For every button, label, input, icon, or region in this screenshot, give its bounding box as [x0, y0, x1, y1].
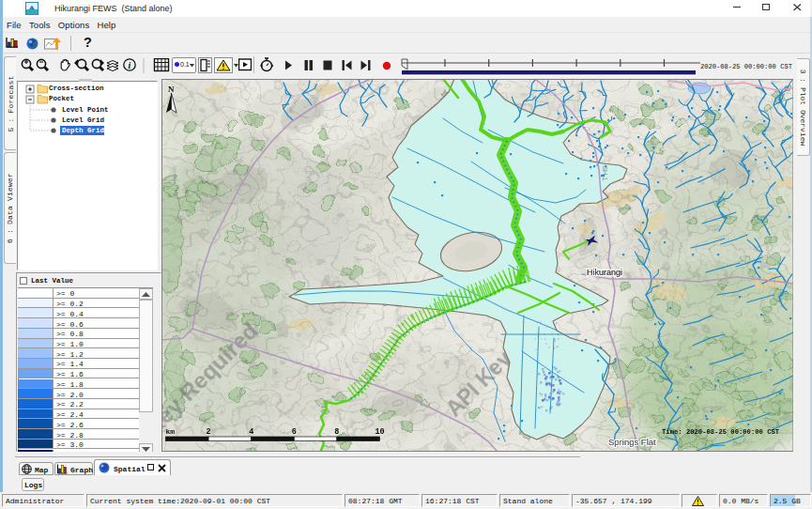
svg-text:6: 6: [291, 427, 296, 437]
svg-text:Hikurangi: Hikurangi: [587, 268, 622, 277]
svg-text:Springs Flat: Springs Flat: [608, 437, 656, 447]
svg-text:km: km: [165, 427, 175, 436]
svg-text:Time: 2020-08-25 00:00:00 CST: Time: 2020-08-25 00:00:00 CST: [662, 428, 780, 436]
svg-text:SH 1: SH 1: [601, 165, 609, 181]
svg-text:i: i: [129, 60, 131, 70]
svg-text:8: 8: [334, 427, 339, 437]
svg-text:2: 2: [206, 427, 210, 437]
svg-text:4: 4: [249, 427, 253, 437]
svg-text:N: N: [168, 85, 175, 94]
svg-text:10: 10: [375, 427, 384, 437]
